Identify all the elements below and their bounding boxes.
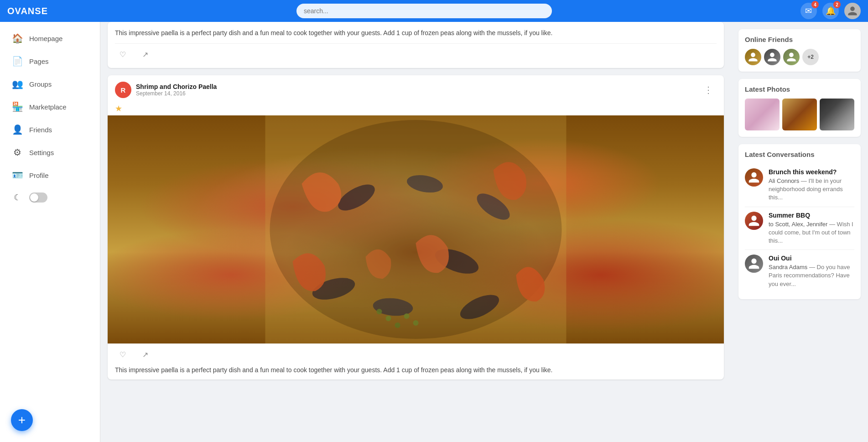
svg-point-11: [413, 320, 419, 326]
friend-avatar-more[interactable]: +2: [802, 49, 819, 65]
conv-content-2: Summer BBQ to Scott, Alex, Jennifer — Wi…: [769, 212, 854, 245]
conv-title-3: Oui Oui: [769, 255, 854, 262]
post-image-paella: [108, 115, 724, 343]
app-logo: OVANSE: [7, 6, 48, 16]
layout: 🏠 Homepage 📄 Pages 👥 Groups 🏪 Marketplac…: [0, 0, 868, 442]
settings-icon: ⚙: [12, 147, 23, 158]
sidebar-item-marketplace[interactable]: 🏪 Marketplace: [3, 96, 97, 118]
dark-mode-toggle[interactable]: [29, 192, 47, 203]
share-icon: ↗: [142, 50, 148, 59]
profile-icon: 🪪: [12, 170, 23, 181]
pages-icon: 📄: [12, 56, 23, 67]
sidebar-item-pages[interactable]: 📄 Pages: [3, 50, 97, 72]
paella-svg: [108, 115, 724, 343]
sidebar-item-friends[interactable]: 👤 Friends: [3, 119, 97, 140]
photo-thumb-2[interactable]: [782, 99, 817, 130]
home-icon: 🏠: [12, 33, 23, 44]
notifications-button[interactable]: 🔔 2: [822, 3, 839, 19]
conversation-item-2[interactable]: Summer BBQ to Scott, Alex, Jennifer — Wi…: [745, 207, 854, 250]
post-author-info: R Shrimp and Chorizo Paella September 14…: [115, 82, 217, 98]
post-snippet-actions: ♡ ↗: [115, 43, 717, 62]
dark-mode-toggle-row: ☾: [3, 187, 97, 208]
svg-point-9: [404, 313, 410, 319]
share-button[interactable]: ↗: [138, 348, 153, 362]
share-icon: ↗: [142, 350, 148, 359]
topnav-icons: ✉ 4 🔔 2: [800, 3, 861, 19]
heart-icon: ♡: [120, 50, 126, 59]
mail-button[interactable]: ✉ 4: [800, 3, 817, 19]
like-button-top[interactable]: ♡: [115, 47, 130, 62]
sidebar-item-profile[interactable]: 🪪 Profile: [3, 164, 97, 186]
latest-photos-section: Latest Photos: [738, 79, 861, 137]
sidebar-item-settings[interactable]: ⚙ Settings: [3, 141, 97, 163]
svg-point-10: [395, 322, 400, 328]
conv-avatar-2: [745, 212, 763, 230]
online-friends-section: Online Friends +2: [738, 29, 861, 72]
sidebar: 🏠 Homepage 📄 Pages 👥 Groups 🏪 Marketplac…: [0, 22, 100, 442]
sidebar-item-groups[interactable]: 👥 Groups: [3, 73, 97, 95]
friend-avatar-3[interactable]: [783, 49, 800, 65]
online-friends-title: Online Friends: [745, 36, 854, 43]
like-button[interactable]: ♡: [115, 348, 130, 362]
conv-avatar-1: [745, 168, 763, 187]
conv-preview-3: Sandra Adams — Do you have Paris recomme…: [769, 263, 854, 288]
paella-bg: [108, 115, 724, 343]
share-button-top[interactable]: ↗: [138, 47, 153, 62]
mail-badge: 4: [811, 1, 819, 8]
search-input[interactable]: [296, 4, 552, 18]
post-meta: Shrimp and Chorizo Paella September 14, …: [136, 83, 217, 97]
post-author-name: Shrimp and Chorizo Paella: [136, 83, 217, 90]
post-date: September 14, 2016: [136, 90, 217, 97]
post-description: This impressive paella is a perfect part…: [108, 365, 724, 380]
photo-thumb-3[interactable]: [820, 99, 854, 130]
post-avatar: R: [115, 82, 131, 98]
post-menu-button[interactable]: ⋮: [700, 83, 717, 97]
post-snippet-text: This impressive paella is a perfect part…: [115, 28, 717, 38]
user-avatar[interactable]: [844, 3, 861, 19]
sidebar-item-label-groups: Groups: [29, 80, 52, 88]
conv-content-1: Brunch this weekend? Ali Connors — I'll …: [769, 168, 854, 202]
photos-grid: [745, 99, 854, 130]
conversation-item-1[interactable]: Brunch this weekend? Ali Connors — I'll …: [745, 164, 854, 207]
post-star-row: ★: [108, 102, 724, 115]
latest-photos-title: Latest Photos: [745, 85, 854, 93]
toggle-thumb: [30, 193, 38, 202]
conversation-item-3[interactable]: Oui Oui Sandra Adams — Do you have Paris…: [745, 250, 854, 293]
right-sidebar: Online Friends +2 Latest Photos: [731, 22, 868, 442]
sidebar-item-homepage[interactable]: 🏠 Homepage: [3, 27, 97, 49]
svg-point-12: [377, 309, 382, 314]
search-container: [296, 4, 552, 18]
latest-conversations-title: Latest Conversations: [745, 151, 854, 158]
conv-title-1: Brunch this weekend?: [769, 168, 854, 176]
conv-content-3: Oui Oui Sandra Adams — Do you have Paris…: [769, 255, 854, 288]
main-feed: This impressive paella is a perfect part…: [100, 22, 731, 442]
dark-mode-icon: ☾: [12, 192, 23, 203]
post-actions: ♡ ↗: [108, 343, 724, 365]
svg-point-13: [386, 316, 391, 321]
sidebar-item-label-marketplace: Marketplace: [29, 103, 67, 111]
friends-avatars: +2: [745, 49, 854, 65]
friend-avatar-2[interactable]: [764, 49, 780, 65]
post-header: R Shrimp and Chorizo Paella September 14…: [108, 75, 724, 102]
friend-avatar-1[interactable]: [745, 49, 761, 65]
conv-avatar-3: [745, 255, 763, 273]
sidebar-item-label-friends: Friends: [29, 126, 52, 134]
conv-preview-2: to Scott, Alex, Jennifer — Wish I could …: [769, 220, 854, 245]
star-icon: ★: [115, 104, 122, 114]
plus-icon: +: [18, 413, 26, 427]
topnav: OVANSE ✉ 4 🔔 2: [0, 0, 868, 22]
sidebar-item-label-profile: Profile: [29, 172, 49, 179]
sidebar-item-label-pages: Pages: [29, 57, 49, 65]
friends-icon: 👤: [12, 124, 23, 135]
photo-thumb-1[interactable]: [745, 99, 780, 130]
marketplace-icon: 🏪: [12, 101, 23, 112]
bell-badge: 2: [833, 1, 841, 8]
svg-point-1: [270, 120, 562, 339]
latest-conversations-section: Latest Conversations Brunch this weekend…: [738, 144, 861, 299]
conv-preview-1: Ali Connors — I'll be in your neighborho…: [769, 177, 854, 202]
groups-icon: 👥: [12, 78, 23, 89]
fab-add-button[interactable]: +: [11, 409, 33, 431]
post-card-paella: R Shrimp and Chorizo Paella September 14…: [108, 75, 724, 380]
conv-title-2: Summer BBQ: [769, 212, 854, 219]
post-snippet-top: This impressive paella is a perfect part…: [108, 22, 724, 68]
